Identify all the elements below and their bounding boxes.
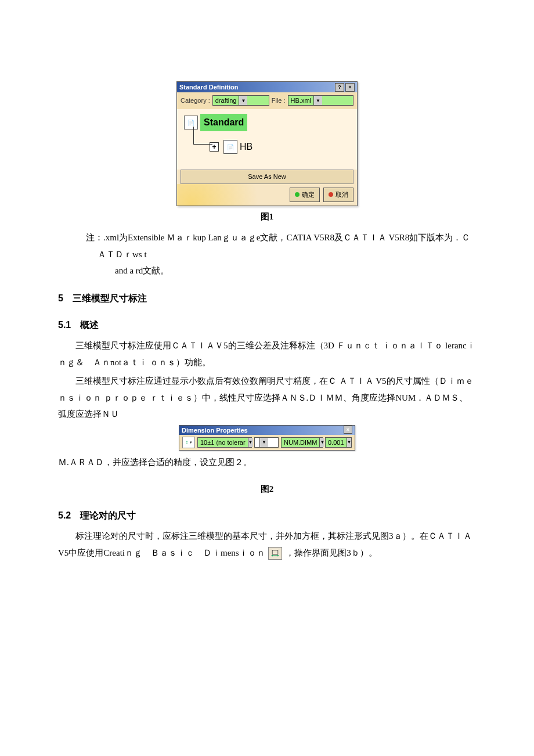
format-dropdown[interactable]: NUM.DIMM ▼ — [281, 437, 323, 448]
dimprop-title: Dimension Properties — [182, 426, 248, 435]
ok-led-icon — [295, 192, 300, 197]
figure-2-block: Dimension Properties × ↕▾ 10±1 (no toler… — [58, 425, 476, 451]
file-label: File : — [272, 95, 286, 107]
figure-2-caption: 图2 — [58, 481, 476, 498]
note-block: 注：.xml为Extensible Ｍａｒkup Lanｇｕａｇe文献，CATI… — [58, 229, 476, 279]
close-icon[interactable]: × — [344, 426, 352, 434]
category-label: Category : — [181, 95, 210, 107]
dimension-properties-toolbar[interactable]: Dimension Properties × ↕▾ 10±1 (no toler… — [179, 425, 355, 451]
tree-connector-line — [193, 127, 212, 145]
basic-dimension-icon — [268, 547, 282, 560]
document-icon: 📄 — [223, 140, 237, 154]
figure-1-block: Standard Definition ? × Category : draft… — [58, 81, 476, 225]
svg-rect-0 — [273, 550, 279, 555]
note-line-2: and a rd文献。 — [86, 262, 476, 279]
standards-tree[interactable]: 📄 Standard + 📄 HB — [177, 109, 357, 170]
tree-child-node[interactable]: + 📄 HB — [210, 138, 352, 156]
sec5-1-para2: 三维模型尺寸标注应通过显示小数点后有效位数阐明尺寸精度，在Ｃ ＡＴＩＡ V5的尺… — [58, 373, 476, 423]
section-5-heading: 5 三维模型尺寸标注 — [58, 290, 476, 307]
sec5-1-para1: 三维模型尺寸标注应使用ＣＡＴＩＡＶ5的三维公差及注释标注（3D Ｆｕｎｃｔ ｉｏ… — [58, 337, 476, 370]
category-value: drafting — [213, 95, 239, 107]
ok-button[interactable]: 确定 — [290, 188, 320, 202]
cancel-led-icon — [329, 192, 333, 197]
section-5-1-heading: 5.1 概述 — [58, 316, 476, 334]
sec5-1-para3: Ｍ.ＡＲＡＤ，并应选择合适的精度，设立见图２。 — [58, 454, 476, 471]
dialog-title: Standard Definition — [179, 82, 238, 92]
chevron-down-icon: ▼ — [347, 438, 352, 447]
dimension-type-icon[interactable]: ↕▾ — [182, 437, 195, 448]
file-value: HB.xml — [288, 95, 313, 107]
chevron-down-icon: ▼ — [313, 96, 322, 105]
chevron-down-icon: ▼ — [239, 96, 247, 105]
category-dropdown[interactable]: drafting ▼ — [212, 95, 269, 106]
note-line-1: 注：.xml为Extensible Ｍａｒkup Lanｇｕａｇe文献，CATI… — [86, 229, 476, 262]
dimprop-titlebar[interactable]: Dimension Properties × — [179, 426, 355, 435]
chevron-down-icon: ▼ — [248, 438, 253, 447]
section-5-2-heading: 5.2 理论对的尺寸 — [58, 507, 476, 524]
chevron-down-icon: ▼ — [259, 438, 268, 447]
help-icon[interactable]: ? — [335, 83, 344, 92]
dialog-titlebar[interactable]: Standard Definition ? × — [177, 82, 357, 92]
standard-definition-dialog: Standard Definition ? × Category : draft… — [176, 81, 358, 206]
cancel-button[interactable]: 取消 — [323, 188, 353, 202]
blank-dropdown[interactable]: ▼ — [254, 437, 279, 448]
precision-dropdown[interactable]: 0.001 ▼ — [325, 437, 352, 448]
sec5-2-para1: 标注理论对的尺寸时，应标注三维模型的基本尺寸，并外加方框，其标注形式见图3ａ）。… — [58, 528, 476, 561]
file-dropdown[interactable]: HB.xml ▼ — [288, 95, 353, 106]
document-page: Standard Definition ? × Category : draft… — [0, 0, 534, 756]
figure-1-caption: 图1 — [58, 208, 476, 225]
tree-child-label: HB — [240, 138, 252, 156]
save-as-new-button[interactable]: Save As New — [181, 170, 353, 184]
close-icon[interactable]: × — [345, 83, 355, 92]
tolerance-dropdown[interactable]: 10±1 (no tolerar ▼ — [197, 437, 252, 448]
chevron-down-icon: ▼ — [319, 438, 324, 447]
